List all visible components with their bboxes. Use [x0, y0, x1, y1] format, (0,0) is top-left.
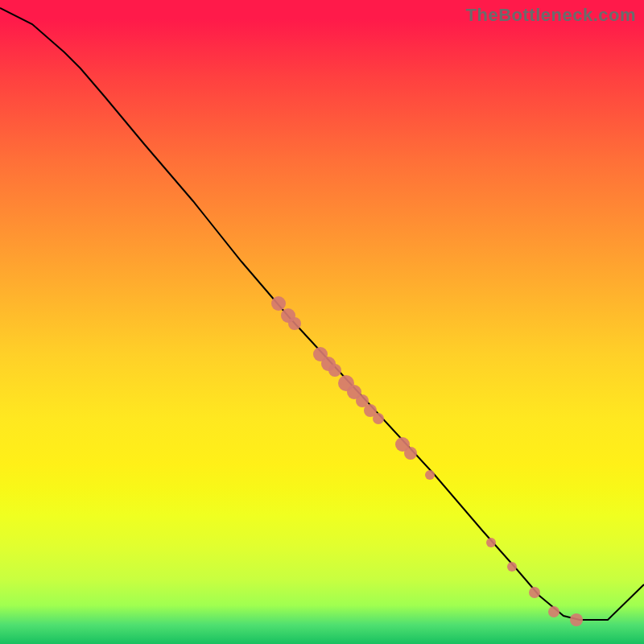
watermark-text: TheBottleneck.com — [466, 5, 636, 26]
chart-container: TheBottleneck.com — [0, 0, 644, 644]
background-gradient — [0, 0, 644, 644]
